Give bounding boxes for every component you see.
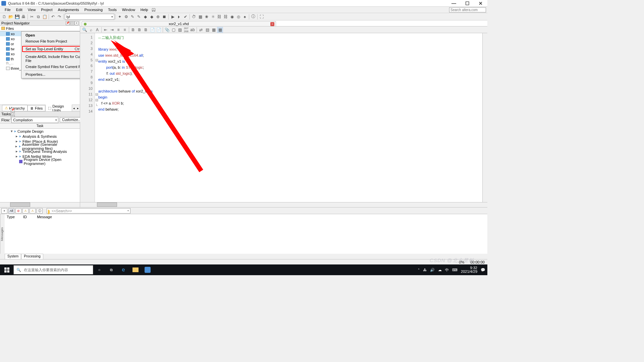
close-tab-icon[interactable]: × (270, 22, 274, 26)
outdent-icon[interactable]: ⇤ (103, 27, 109, 33)
ed-icon[interactable]: ▦ (217, 27, 223, 33)
ed-icon[interactable]: 🗎 (143, 27, 149, 33)
tool-icon-12[interactable]: ◉ (229, 14, 235, 20)
volume-icon[interactable]: 🔊 (430, 268, 435, 272)
menu-project[interactable]: Project (38, 7, 55, 12)
filter-warn-icon[interactable]: ⚠ (22, 208, 29, 214)
ed-icon[interactable]: 🗎 (137, 27, 143, 33)
customize-button[interactable]: Customize... (60, 117, 83, 122)
altera-search-input[interactable] (449, 7, 486, 12)
ed-icon[interactable]: 🔍 (82, 27, 88, 33)
popout-icon[interactable]: ▢ (70, 21, 74, 25)
ed-icon[interactable]: ⇄ (198, 27, 204, 33)
ed-icon[interactable]: 🗎 (130, 27, 136, 33)
print-icon[interactable]: 🖶 (20, 14, 26, 20)
menu-file[interactable]: File (2, 7, 13, 12)
tool-icon-2[interactable]: ⚙ (123, 14, 129, 20)
clip-icon[interactable]: 📎 (164, 27, 170, 33)
new-icon[interactable]: 🗋 (1, 14, 7, 20)
minimize-button[interactable]: — (447, 0, 461, 7)
ed-icon[interactable]: ▤ (204, 27, 210, 33)
altera-search[interactable] (449, 7, 486, 12)
message-search[interactable]: <<Search>> (47, 208, 130, 214)
tab-files[interactable]: 🗎Files (28, 105, 45, 111)
tool-icon-5[interactable]: ◆ (142, 14, 148, 20)
message-list[interactable]: Type ID Message (5, 214, 487, 254)
tab-system[interactable]: System (5, 254, 21, 259)
play-icon[interactable]: ▶ (170, 14, 176, 20)
tool-icon-10[interactable]: ⛓ (216, 14, 222, 20)
info-icon[interactable]: ⓘ (250, 14, 256, 20)
clock[interactable]: 9:322021/4/29 (461, 266, 477, 274)
task-program[interactable]: Program Device (Open Programmer) (0, 159, 80, 164)
task-analysis[interactable]: ▸Analysis & Synthesis (0, 134, 80, 139)
tool-icon-11[interactable]: ⛓ (223, 14, 229, 20)
copy-icon[interactable]: ⧉ (35, 14, 41, 20)
keyboard-icon[interactable]: ⌨ (452, 268, 458, 272)
menu-help[interactable]: Help (138, 7, 151, 12)
analyze-icon[interactable]: ✔ (182, 14, 189, 20)
menu-processing[interactable]: Processing (82, 7, 105, 12)
timing-icon[interactable]: ⏱ (191, 14, 197, 20)
undo-icon[interactable]: ↶ (50, 14, 56, 20)
pin-icon[interactable]: 📌 (66, 21, 70, 25)
ctx-set-top-level[interactable]: Set as Top-Level EntityCtrl+Shift+J (22, 46, 80, 52)
editor-tab[interactable]: xor2_v1.vhd × (82, 21, 276, 26)
ctx-create-symbol[interactable]: Create Symbol Files for Current File (22, 64, 80, 70)
notifications-icon[interactable]: 💬 (481, 268, 485, 272)
tool-icon-7[interactable]: ⊕ (155, 14, 161, 20)
tool-icon-8[interactable]: ❀ (204, 14, 210, 20)
task-assembler[interactable]: ▸Assembler (Generate programming files) (0, 144, 80, 149)
pin-icon[interactable]: 📌 (11, 108, 15, 112)
edge-icon[interactable]: e (117, 264, 129, 275)
task-compile-design[interactable]: ▾Compile Design (0, 129, 80, 134)
tool-icon-9[interactable]: ⚛ (210, 14, 216, 20)
tray-overflow-icon[interactable]: ˄ (418, 268, 420, 272)
tool-icon-15[interactable]: ⛶ (259, 14, 265, 20)
ed-icon[interactable]: ▦ (211, 27, 217, 33)
ed-icon[interactable]: 267268 (183, 27, 189, 33)
ctx-remove-file[interactable]: Remove File from Project (22, 38, 80, 44)
tab-scroll-left-icon[interactable]: ◂ (72, 106, 76, 111)
help-icon[interactable]: 🕮 (151, 7, 157, 13)
menu-assignments[interactable]: Assignments (55, 7, 82, 12)
filter-all-button[interactable]: All (8, 208, 14, 214)
taskview-icon[interactable]: ⧉ (105, 264, 117, 275)
ed-icon[interactable]: ≡ (122, 27, 128, 33)
files-header[interactable]: Files (0, 26, 80, 31)
paste-icon[interactable]: 📋 (42, 14, 48, 20)
ed-icon[interactable]: A (94, 27, 100, 33)
play2-icon[interactable]: ⏵ (176, 14, 182, 20)
editor-v-scrollbar[interactable] (482, 33, 487, 202)
cut-icon[interactable]: ✂ (29, 14, 35, 20)
ed-icon[interactable]: ab (190, 27, 196, 33)
tool-icon-13[interactable]: ◎ (235, 14, 241, 20)
filter-warn2-icon[interactable]: ⚠ (30, 208, 36, 214)
left-h-scrollbar[interactable] (0, 202, 80, 207)
onedrive-icon[interactable]: ☁ (438, 268, 442, 272)
fold-gutter[interactable]: ⊟⊟⊟└ (95, 33, 98, 202)
ctx-open[interactable]: Open (22, 32, 80, 38)
indent-icon[interactable]: ⇥ (109, 27, 115, 33)
code-editor[interactable]: 123 456 789 101112 1314 ⊟⊟⊟└ -- 二输入异或门 l… (80, 33, 487, 202)
tool-icon-14[interactable]: ♠ (242, 14, 248, 20)
tool-icon-6[interactable]: ◆ (149, 14, 155, 20)
ctx-properties[interactable]: Properties... (22, 71, 80, 77)
project-combo[interactable]: lyl (65, 14, 114, 20)
tool-icon-3[interactable]: ✎ (129, 14, 136, 20)
ed-icon[interactable]: 📄 (149, 27, 155, 33)
tab-processing[interactable]: Processing (21, 254, 43, 259)
menu-edit[interactable]: Edit (13, 7, 25, 12)
chip-icon[interactable]: ▦ (197, 14, 203, 20)
ed-icon[interactable]: ▢ (170, 27, 176, 33)
close-panel-icon[interactable]: × (74, 21, 78, 25)
tool-icon-1[interactable]: ✦ (117, 14, 123, 20)
ed-icon[interactable]: 📄 (156, 27, 162, 33)
open-icon[interactable]: 📂 (8, 14, 14, 20)
tab-scroll-right-icon[interactable]: ▸ (76, 106, 80, 111)
explorer-icon[interactable] (129, 264, 142, 275)
ed-icon[interactable]: ▨ (177, 27, 183, 33)
menu-view[interactable]: View (25, 7, 39, 12)
network-icon[interactable]: 🖧 (423, 268, 427, 272)
app-icon[interactable] (142, 264, 154, 275)
